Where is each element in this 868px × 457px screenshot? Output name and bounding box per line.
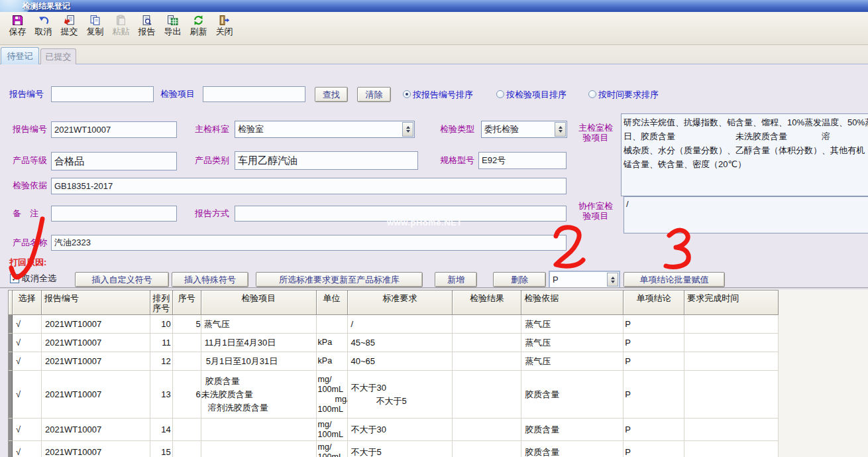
- cell-unit[interactable]: mg/100mL: [317, 419, 348, 441]
- cell-report-no[interactable]: 2021WT10007: [42, 371, 150, 419]
- spinner-icon[interactable]: [402, 122, 413, 137]
- cell-basis[interactable]: 胶质含量: [521, 419, 624, 441]
- cell-basis[interactable]: 胶质含量: [521, 441, 624, 457]
- cell-report-no[interactable]: 2021WT10007: [42, 315, 150, 334]
- batch-assign-button[interactable]: 单项结论批量赋值: [624, 272, 725, 287]
- product-name-field[interactable]: 汽油2323: [51, 235, 567, 251]
- cell-seq[interactable]: 6: [173, 371, 201, 419]
- export-button[interactable]: 导出: [160, 12, 186, 43]
- find-button[interactable]: 查找: [315, 87, 348, 102]
- spinner-icon[interactable]: [555, 122, 566, 137]
- cell-conclusion[interactable]: P: [624, 352, 684, 371]
- cell-unit[interactable]: kPa: [317, 334, 348, 352]
- cell-unit[interactable]: mg/100mL: [317, 441, 348, 457]
- cell-conclusion[interactable]: P: [624, 441, 684, 457]
- insert-custom-symbol-button[interactable]: 插入自定义符号: [75, 272, 169, 287]
- cell-select[interactable]: √: [13, 371, 42, 419]
- col-item[interactable]: 检验项目: [201, 291, 317, 315]
- cell-report-no[interactable]: 2021WT10007: [42, 334, 150, 352]
- cell-basis[interactable]: 蒸气压: [521, 352, 624, 371]
- update-standard-button[interactable]: 所选标准要求更新至产品标准库: [256, 272, 423, 287]
- cell-item[interactable]: 蒸气压: [201, 315, 317, 334]
- table-row[interactable]: √2021WT10007136胶质含量未洗胶质含量溶剂洗胶质含量mg/100mL…: [9, 371, 779, 419]
- cell-result[interactable]: [453, 371, 521, 419]
- conclusion-select[interactable]: P: [549, 271, 620, 289]
- insert-special-symbol-button[interactable]: 插入特殊符号: [172, 272, 248, 287]
- copy-button[interactable]: 复制: [82, 12, 108, 43]
- cell-result[interactable]: [453, 419, 521, 441]
- inspect-basis-field[interactable]: GB18351-2017: [51, 178, 567, 194]
- cell-seq[interactable]: [173, 441, 201, 457]
- spec-model-field[interactable]: E92号: [478, 152, 567, 169]
- cell-sort-no[interactable]: 15: [150, 441, 173, 457]
- main-dept-select[interactable]: 检验室: [235, 121, 415, 138]
- cell-report-no[interactable]: 2021WT10007: [42, 419, 150, 441]
- cell-basis[interactable]: 胶质含量: [521, 371, 624, 419]
- sort-by-report-no-radio[interactable]: [403, 90, 411, 98]
- cell-standard[interactable]: /: [348, 315, 453, 334]
- col-basis[interactable]: 检验依据: [521, 291, 624, 315]
- clear-button[interactable]: 清除: [357, 87, 391, 102]
- cell-report-no[interactable]: 2021WT10007: [42, 352, 150, 371]
- cell-unit[interactable]: [317, 315, 348, 334]
- cell-basis[interactable]: 蒸气压: [521, 334, 624, 352]
- tab-submitted[interactable]: 已提交: [40, 48, 76, 64]
- table-row[interactable]: √2021WT10007125月1日至10月31日kPa40~65蒸气压P: [9, 352, 779, 371]
- undo-button[interactable]: 取消: [30, 12, 56, 43]
- cell-conclusion[interactable]: P: [624, 371, 684, 419]
- col-sort-no[interactable]: 排列序号: [150, 291, 173, 315]
- cell-due-time[interactable]: [684, 352, 779, 371]
- refresh-button[interactable]: 刷新: [186, 12, 211, 43]
- product-grade-field[interactable]: 合格品: [51, 152, 177, 170]
- cell-report-no[interactable]: 2021WT10007: [42, 441, 150, 457]
- table-row[interactable]: √2021WT10007105蒸气压/蒸气压P: [9, 315, 779, 334]
- cell-unit[interactable]: mg/100mLmg/100mL: [317, 371, 348, 419]
- save-button[interactable]: 保存: [5, 12, 30, 43]
- cell-due-time[interactable]: [684, 419, 779, 441]
- cell-seq[interactable]: [173, 419, 201, 441]
- cell-select[interactable]: √: [13, 441, 42, 457]
- cell-standard[interactable]: 不大于30不大于5: [348, 371, 453, 419]
- tab-pending[interactable]: 待登记: [1, 47, 39, 64]
- search-report-no-input[interactable]: [51, 86, 154, 102]
- uncheck-all-checkbox[interactable]: ✓: [10, 274, 19, 283]
- collab-items-textarea[interactable]: /: [624, 196, 868, 233]
- cell-standard[interactable]: 45~85: [348, 334, 453, 352]
- cell-item[interactable]: 11月1日至4月30日: [201, 334, 317, 352]
- cell-result[interactable]: [453, 441, 521, 457]
- cell-select[interactable]: √: [13, 334, 42, 352]
- table-row[interactable]: √2021WT100071111月1日至4月30日kPa45~85蒸气压P: [9, 334, 779, 352]
- col-select[interactable]: 选择: [13, 291, 42, 315]
- col-standard[interactable]: 标准要求: [348, 291, 453, 315]
- add-button[interactable]: 新增: [435, 272, 477, 287]
- cell-result[interactable]: [453, 315, 521, 334]
- col-conclusion[interactable]: 单项结论: [624, 291, 684, 315]
- cell-basis[interactable]: 蒸气压: [521, 315, 624, 334]
- col-seq[interactable]: 序号: [173, 291, 201, 315]
- cell-result[interactable]: [453, 334, 521, 352]
- close-button[interactable]: 关闭: [211, 12, 237, 43]
- main-items-textarea[interactable]: 研究法辛烷值、抗爆指数、铅含量、馏程、10%蒸发温度、50%蒸 日、胶质含量 未…: [621, 113, 868, 196]
- cell-due-time[interactable]: [684, 315, 779, 334]
- cell-sort-no[interactable]: 14: [150, 419, 173, 441]
- cell-due-time[interactable]: [684, 441, 779, 457]
- cell-select[interactable]: √: [13, 352, 42, 371]
- submit-button[interactable]: 提交: [56, 12, 82, 43]
- cell-unit[interactable]: kPa: [317, 352, 348, 371]
- report-button[interactable]: 报告: [134, 12, 160, 43]
- cell-due-time[interactable]: [684, 334, 779, 352]
- cell-standard[interactable]: 40~65: [348, 352, 453, 371]
- col-unit[interactable]: 单位: [317, 291, 348, 315]
- product-type-field[interactable]: 车用乙醇汽油: [235, 151, 418, 170]
- table-row[interactable]: √2021WT1000714mg/100mL不大于30胶质含量P: [9, 419, 779, 441]
- col-report-no[interactable]: 报告编号: [42, 291, 150, 315]
- cell-due-time[interactable]: [684, 371, 779, 419]
- cell-conclusion[interactable]: P: [624, 315, 684, 334]
- cell-result[interactable]: [453, 352, 521, 371]
- cell-conclusion[interactable]: P: [624, 334, 684, 352]
- cell-select[interactable]: √: [13, 419, 42, 441]
- cell-seq[interactable]: [173, 352, 201, 371]
- test-type-select[interactable]: 委托检验: [481, 121, 567, 138]
- cell-item[interactable]: 5月1日至10月31日: [201, 352, 317, 371]
- sort-by-item-radio[interactable]: [496, 90, 504, 98]
